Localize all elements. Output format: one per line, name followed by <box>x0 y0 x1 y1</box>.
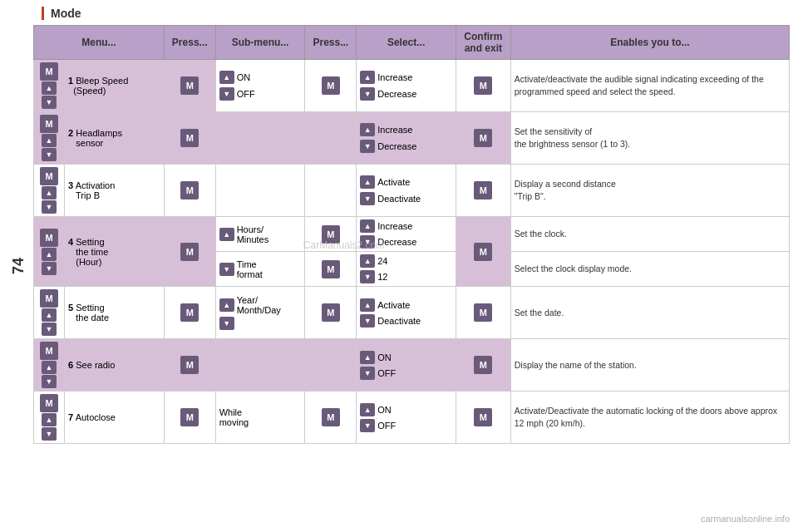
m-button[interactable]: M <box>180 303 199 322</box>
row7-menu: 7 Autoclose <box>65 392 165 444</box>
up-arrow[interactable]: ▲ <box>219 71 234 84</box>
row3-press2 <box>305 165 357 217</box>
row3-menu: 3 Activation Trip B <box>65 165 165 217</box>
m-button[interactable]: M <box>40 167 58 185</box>
row7-select: ▲ ON ▼ OFF <box>357 392 456 444</box>
m-button[interactable]: M <box>40 229 58 247</box>
up-arrow[interactable]: ▲ <box>42 308 57 322</box>
row4-select-b: ▲ 24 ▼ 12 <box>357 252 456 287</box>
down-arrow[interactable]: ▼ <box>219 263 234 276</box>
row6-press2 <box>305 339 357 392</box>
m-button[interactable]: M <box>474 303 492 322</box>
select-increase: Increase <box>377 221 412 231</box>
up-arrow[interactable]: ▲ <box>360 351 375 364</box>
row4-enables-b: Select the clock display mode. <box>510 252 789 287</box>
col-enables: Enables you to... <box>510 26 789 60</box>
up-arrow[interactable]: ▲ <box>219 298 234 312</box>
down-arrow[interactable]: ▼ <box>42 96 57 109</box>
main-content: Menu... Press... Sub-menu... Press... Se… <box>33 25 790 507</box>
m-button[interactable]: M <box>180 356 199 374</box>
m-button[interactable]: M <box>322 76 340 95</box>
enables-text: Set the sensitivity ofthe brightness sen… <box>515 126 631 149</box>
m-button[interactable]: M <box>474 181 492 200</box>
down-arrow[interactable]: ▼ <box>219 317 234 330</box>
down-arrow[interactable]: ▼ <box>360 235 375 249</box>
row6-select: ▲ ON ▼ OFF <box>357 339 456 392</box>
col-press2: Press... <box>305 26 357 60</box>
m-button[interactable]: M <box>40 62 58 81</box>
row1-menu: 1 Bleep Speed (Speed) <box>65 60 165 112</box>
m-button[interactable]: M <box>180 408 199 426</box>
up-arrow[interactable]: ▲ <box>360 403 375 416</box>
m-button[interactable]: M <box>474 129 492 147</box>
up-arrow[interactable]: ▲ <box>42 413 57 426</box>
down-arrow[interactable]: ▼ <box>42 323 57 336</box>
enables-text: Activate/Deactivate the automatic lockin… <box>515 406 777 428</box>
up-arrow[interactable]: ▲ <box>42 134 57 147</box>
select-off: OFF <box>377 421 396 431</box>
down-arrow[interactable]: ▼ <box>219 87 234 101</box>
down-arrow[interactable]: ▼ <box>42 375 57 388</box>
m-button[interactable]: M <box>322 303 340 322</box>
up-arrow[interactable]: ▲ <box>360 298 375 312</box>
row5-enables: Set the date. <box>510 287 789 339</box>
down-arrow[interactable]: ▼ <box>42 427 57 441</box>
table-row: M ▲ ▼ 2 Headlamps sensor M <box>34 112 790 165</box>
down-arrow[interactable]: ▼ <box>360 192 375 205</box>
m-button[interactable]: M <box>40 115 58 133</box>
page-number: 74 <box>10 258 27 274</box>
enables-text: Display the name of the station. <box>515 360 637 370</box>
m-button[interactable]: M <box>322 225 340 244</box>
down-arrow[interactable]: ▼ <box>360 314 375 328</box>
up-arrow[interactable]: ▲ <box>42 361 57 374</box>
up-arrow[interactable]: ▲ <box>360 123 375 136</box>
down-arrow[interactable]: ▼ <box>360 140 375 153</box>
select-increase: Increase <box>377 125 412 135</box>
row3-press: M <box>164 165 215 217</box>
m-button[interactable]: M <box>180 76 199 95</box>
row3-confirm: M <box>456 165 510 217</box>
table-row: M ▲ ▼ 6 See radio M <box>34 339 790 392</box>
up-arrow[interactable]: ▲ <box>360 71 375 84</box>
row2-menu: 2 Headlamps sensor <box>65 112 165 165</box>
row6-nav: M ▲ ▼ <box>34 339 65 392</box>
select-increase: Increase <box>377 72 412 82</box>
down-arrow[interactable]: ▼ <box>42 148 57 161</box>
select-on: ON <box>377 352 392 362</box>
row4-submenu-a: ▲ Hours/Minutes <box>215 217 305 252</box>
m-button[interactable]: M <box>40 289 58 308</box>
up-arrow[interactable]: ▲ <box>360 219 375 233</box>
row6-menu: 6 See radio <box>65 339 165 392</box>
down-arrow[interactable]: ▼ <box>42 200 57 214</box>
up-arrow[interactable]: ▲ <box>42 186 57 200</box>
submenu-on: ON <box>237 72 251 82</box>
down-arrow[interactable]: ▼ <box>360 419 375 432</box>
m-button[interactable]: M <box>322 260 340 278</box>
m-button[interactable]: M <box>180 243 199 261</box>
mode-label: Mode <box>42 7 81 20</box>
submenu-time-format: Timeformat <box>237 259 263 279</box>
m-button[interactable]: M <box>474 76 492 95</box>
down-arrow[interactable]: ▼ <box>42 262 57 275</box>
m-button[interactable]: M <box>474 243 492 261</box>
up-arrow[interactable]: ▲ <box>360 254 375 268</box>
up-arrow[interactable]: ▲ <box>42 81 57 95</box>
m-button[interactable]: M <box>474 408 492 426</box>
m-button[interactable]: M <box>180 129 199 147</box>
row1-submenu: ▲ ON ▼ OFF <box>215 60 305 112</box>
m-button[interactable]: M <box>322 408 340 426</box>
row5-select: ▲ Activate ▼ Deactivate <box>357 287 456 339</box>
m-button[interactable]: M <box>40 394 58 412</box>
down-arrow[interactable]: ▼ <box>360 367 375 380</box>
m-button[interactable]: M <box>40 342 58 360</box>
select-activate: Activate <box>377 177 410 187</box>
m-button[interactable]: M <box>180 181 199 200</box>
row7-press2: M <box>305 392 357 444</box>
down-arrow[interactable]: ▼ <box>360 270 375 283</box>
up-arrow[interactable]: ▲ <box>360 175 375 189</box>
submenu-hours: Hours/Minutes <box>237 224 269 244</box>
m-button[interactable]: M <box>474 356 492 374</box>
up-arrow[interactable]: ▲ <box>42 248 57 261</box>
down-arrow[interactable]: ▼ <box>360 87 375 101</box>
up-arrow[interactable]: ▲ <box>219 228 234 241</box>
